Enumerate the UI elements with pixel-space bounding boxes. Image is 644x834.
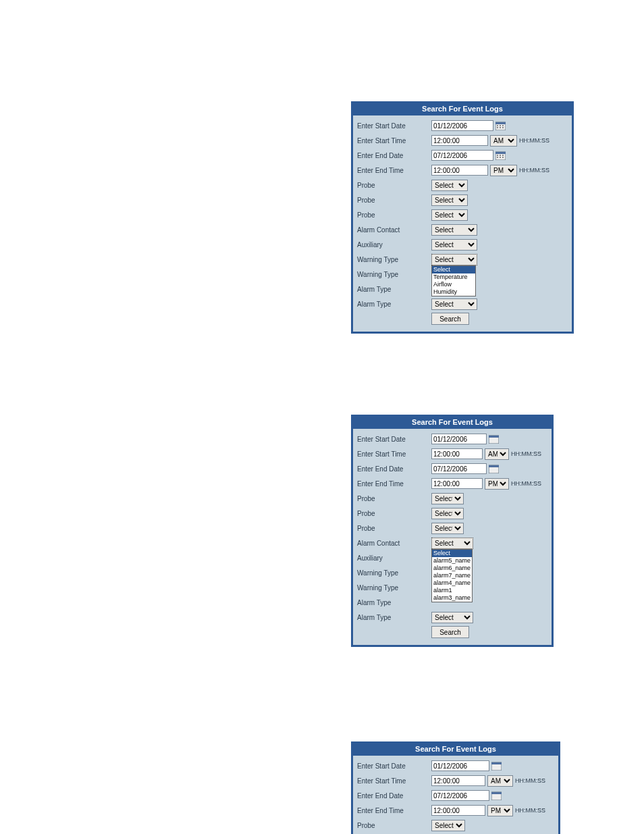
probe-select-1[interactable]: Select (431, 493, 464, 504)
start-date-label: Enter Start Date (357, 762, 431, 770)
dropdown-option[interactable]: alarm6_name (432, 565, 472, 572)
dropdown-option[interactable]: alarm4_name (432, 579, 472, 587)
probe-label: Probe (357, 211, 431, 219)
svg-rect-7 (502, 127, 504, 128)
end-time-input[interactable] (431, 805, 485, 816)
warning-type-label: Warning Type (357, 256, 431, 263)
dropdown-option[interactable]: Airflow (432, 281, 475, 288)
panel-title: Search For Event Logs (353, 744, 558, 756)
svg-rect-9 (495, 152, 506, 154)
calendar-icon[interactable] (489, 434, 499, 444)
dropdown-option[interactable]: Humidity (432, 288, 475, 296)
calendar-icon[interactable] (491, 791, 502, 800)
dropdown-option[interactable]: alarm3_name (432, 594, 472, 602)
start-time-input[interactable] (431, 448, 483, 459)
alarm-contact-select[interactable]: Select (431, 224, 477, 236)
svg-rect-5 (497, 127, 498, 128)
start-time-input[interactable] (431, 135, 488, 146)
svg-rect-4 (502, 125, 504, 126)
start-date-input[interactable] (431, 760, 489, 771)
end-date-input[interactable] (431, 150, 493, 161)
calendar-icon[interactable] (489, 464, 499, 473)
end-time-input[interactable] (431, 478, 483, 489)
time-hint: HH:MM:SS (511, 450, 541, 457)
search-event-logs-panel-1: Search For Event Logs Enter Start Date E… (351, 101, 574, 334)
start-ampm-select[interactable]: AM (485, 448, 509, 460)
svg-rect-17 (489, 436, 499, 438)
calendar-icon[interactable] (495, 151, 506, 160)
probe-label: Probe (357, 822, 431, 829)
search-button[interactable]: Search (431, 626, 469, 638)
alarm-type-label: Alarm Type (357, 599, 431, 606)
svg-rect-23 (491, 792, 502, 794)
start-time-label: Enter Start Time (357, 450, 431, 458)
start-date-label: Enter Start Date (357, 436, 431, 443)
search-event-logs-panel-2: Search For Event Logs Enter Start Date E… (351, 415, 554, 647)
start-time-label: Enter Start Time (357, 137, 431, 145)
dropdown-option[interactable]: alarm7_name (432, 572, 472, 579)
alarm-type-label: Alarm Type (357, 286, 431, 293)
alarm-type-label: Alarm Type (357, 301, 431, 308)
dropdown-option[interactable]: Temperature (432, 273, 475, 281)
end-ampm-select[interactable]: PM (490, 165, 517, 176)
auxiliary-select[interactable]: Select (431, 239, 477, 251)
alarm-type-select-2[interactable]: Select (431, 612, 473, 623)
alarm-contact-select[interactable]: Select (431, 538, 473, 549)
time-hint: HH:MM:SS (511, 480, 541, 487)
start-date-input[interactable] (431, 120, 493, 131)
probe-select-3[interactable]: Select (431, 523, 464, 534)
probe-label: Probe (357, 525, 431, 532)
start-date-input[interactable] (431, 434, 487, 444)
time-hint: HH:MM:SS (519, 167, 549, 174)
warning-type-label: Warning Type (357, 584, 431, 592)
probe-select-3[interactable]: Select (431, 209, 468, 221)
alarm-contact-label: Alarm Contact (357, 226, 431, 234)
panel-title: Search For Event Logs (353, 417, 552, 429)
end-date-label: Enter End Date (357, 465, 431, 473)
start-time-label: Enter Start Time (357, 777, 431, 785)
svg-rect-3 (500, 125, 501, 126)
panel-title: Search For Event Logs (353, 103, 572, 115)
md-end-time-input[interactable] (431, 165, 488, 176)
alarm-type-select-2[interactable]: Select (431, 298, 477, 310)
time-hint: HH:MM:SS (519, 137, 549, 144)
start-ampm-select[interactable]: AM (490, 135, 517, 147)
svg-rect-10 (497, 155, 498, 156)
start-ampm-select[interactable]: AM (487, 775, 513, 787)
end-ampm-select[interactable]: PM (485, 478, 509, 490)
time-hint: HH:MM:SS (515, 807, 545, 814)
end-date-label: Enter End Date (357, 152, 431, 159)
calendar-icon[interactable] (491, 761, 502, 771)
search-button[interactable]: Search (431, 313, 469, 325)
alarm-contact-label: Alarm Contact (357, 540, 431, 547)
svg-rect-14 (500, 157, 501, 158)
probe-label: Probe (357, 182, 431, 189)
calendar-icon[interactable] (495, 121, 506, 130)
search-event-logs-panel-3: Search For Event Logs Enter Start Date E… (351, 741, 560, 834)
end-time-label: Enter End Time (357, 480, 431, 488)
svg-rect-19 (489, 465, 499, 467)
auxiliary-label: Auxiliary (357, 241, 431, 249)
probe-select-2[interactable]: Select (431, 194, 468, 206)
probe-label: Probe (357, 510, 431, 517)
dropdown-option[interactable]: alarm5_name (432, 557, 472, 565)
end-date-input[interactable] (431, 463, 487, 474)
end-date-input[interactable] (431, 790, 489, 801)
end-ampm-select[interactable]: PM (487, 805, 513, 816)
probe-select-2[interactable]: Select (431, 508, 464, 519)
auxiliary-label: Auxiliary (357, 554, 431, 562)
dropdown-option[interactable]: Select (432, 266, 475, 273)
start-time-input[interactable] (431, 775, 485, 786)
warning-type-dropdown-list[interactable]: Select Temperature Airflow Humidity (431, 265, 476, 296)
alarm-contact-dropdown-list[interactable]: Select alarm5_name alarm6_name alarm7_na… (431, 549, 473, 602)
probe-label: Probe (357, 197, 431, 204)
probe-select-1[interactable]: Select (431, 180, 468, 191)
svg-rect-11 (500, 155, 501, 156)
dropdown-option[interactable]: Select (432, 550, 472, 557)
warning-type-select-1[interactable]: Select (431, 254, 477, 265)
probe-label: Probe (357, 495, 431, 502)
probe-select-1[interactable]: Select (431, 820, 465, 831)
dropdown-option[interactable]: alarm1 (432, 587, 472, 594)
end-time-label: Enter End Time (357, 167, 431, 174)
end-date-label: Enter End Date (357, 792, 431, 800)
